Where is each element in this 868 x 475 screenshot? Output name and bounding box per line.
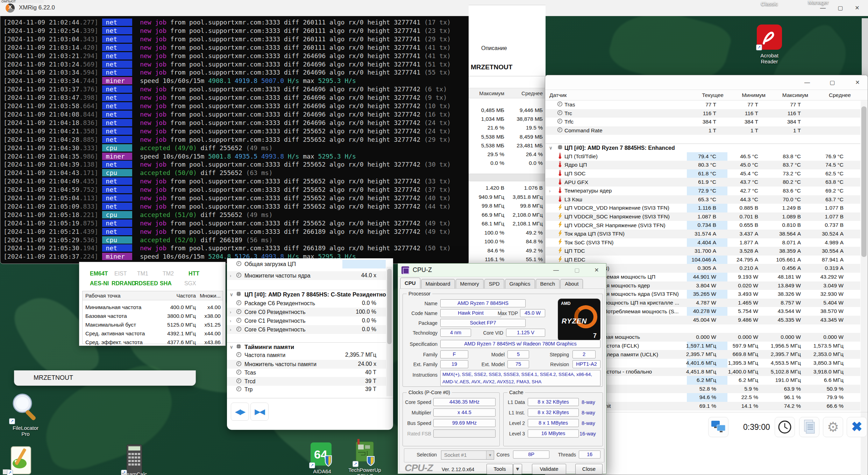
log-line: [2024-11-09 21:04:28.885] net new job fr… bbox=[3, 135, 469, 144]
level3-field: 16 MBytes bbox=[528, 429, 579, 438]
sensor-row[interactable]: ›Core C6 Резидентность0.0 % bbox=[227, 325, 386, 334]
filelocator-pro-label[interactable]: FileLocatorPro bbox=[3, 425, 48, 437]
close-icon[interactable]: ✕ bbox=[589, 264, 605, 276]
ext-model-label: Ext. Model bbox=[470, 362, 505, 367]
sensor-row[interactable]: ЦП SOC61.8 °C45.4 °C73.2 °C62.5 °C bbox=[546, 169, 860, 178]
sensor-row[interactable]: L3 Кэш65.3 °C44.3 °C70.0 °C63.7 °C bbox=[546, 195, 860, 204]
sensor-row[interactable]: APU GFX61.9 °C43.7 °C80.2 °C63.8 °C bbox=[546, 178, 860, 187]
clock-icon[interactable] bbox=[775, 417, 795, 437]
dreamcalc-label[interactable]: DreamCalc bbox=[111, 471, 157, 475]
temp-icon bbox=[555, 187, 564, 195]
sensor-row[interactable]: ›Core C1 Резидентность0.0 % bbox=[227, 316, 386, 325]
gpuz-label[interactable]: TechPowerUpGPU-Z bbox=[339, 467, 391, 475]
sensor-row[interactable]: ЦП TDC31.700 А3.528 А38.359 А30.554 А bbox=[546, 247, 860, 256]
tab-bench[interactable]: Bench bbox=[536, 279, 560, 289]
tab-about[interactable]: About bbox=[560, 279, 583, 289]
log-line: [2024-11-09 21:03:58.664] net new job fr… bbox=[3, 102, 469, 110]
sensor-row[interactable]: ЦП VDDCR_SR Напряжение (SVI3 TFN)0.734 В… bbox=[546, 221, 860, 230]
acrobat-reader-label[interactable]: AcrobatReader bbox=[745, 53, 794, 64]
tab-cpu[interactable]: CPU bbox=[400, 278, 420, 289]
sensor-row[interactable]: Ток SoC (SVI3 TFN)4.404 А1.877 А8.071 А4… bbox=[546, 238, 860, 247]
filelocator-pro-icon[interactable]: ↗ bbox=[10, 393, 40, 424]
sensor-row[interactable]: Tcas40 T bbox=[227, 368, 386, 377]
maximize-icon[interactable]: ▢ bbox=[824, 77, 840, 89]
gear-icon[interactable]: ⚙ bbox=[823, 417, 843, 437]
cpuz-cpu-tab-page: Processor Name AMD Ryzen 7 8845HS AMD RY… bbox=[399, 288, 605, 472]
acrobat-reader-icon[interactable]: ↗ bbox=[757, 25, 782, 50]
sensor-row[interactable]: Package C6 Резидентность0.0 % bbox=[227, 299, 386, 308]
tab-graphics[interactable]: Graphics bbox=[505, 279, 535, 289]
minimize-icon[interactable]: — bbox=[548, 264, 564, 276]
notepad-plus-plus-icon[interactable]: ↗ bbox=[8, 445, 36, 475]
sensor-row[interactable]: ›Core C0 Резидентность100.0 % bbox=[227, 308, 386, 316]
log-line: [2024-11-09 21:02:44.277] net new job fr… bbox=[3, 18, 469, 27]
stats-row: 1,034 МБ38,878 МБ bbox=[469, 115, 546, 124]
sensor-row[interactable]: Ядро ЦП80.3 °C45.0 °C83.7 °C74.5 °C bbox=[546, 161, 860, 169]
sensor-row[interactable]: ЦП VDDCR_VDD Напряжение (SVI3 TFN)1.116 … bbox=[546, 204, 860, 212]
temp-icon bbox=[555, 196, 564, 203]
operating-point-table: Рабочая точка Частота Множи... Минимальн… bbox=[82, 291, 223, 344]
sensor-row[interactable]: ›Множители частоты ядра44.0 x bbox=[227, 271, 386, 280]
sensor-row[interactable]: Command Rate1 T1 T1 T bbox=[546, 126, 860, 135]
network-icon[interactable] bbox=[708, 417, 728, 437]
section-header-row[interactable]: ∨ЦП [#0]: AMD Ryzen 7 8845HS: C-State Ре… bbox=[227, 290, 386, 299]
sensor-row[interactable]: Частота памяти2,395.7 МГц bbox=[227, 351, 386, 359]
maximize-icon[interactable]: ▢ bbox=[569, 264, 585, 276]
sensor-row[interactable]: ЦП EDC104.046 А24.795 А105.661 А87.941 А bbox=[546, 256, 860, 264]
validate-button[interactable]: Validate bbox=[532, 464, 566, 474]
sensor-row[interactable]: Trcd39 T bbox=[227, 377, 386, 386]
sensor-row[interactable]: ЦП (Tctl/Tdie)79.4 °C46.5 °C83.8 °C76.9 … bbox=[546, 152, 860, 161]
sensor-row[interactable]: Trfc384 T384 T384 T bbox=[546, 118, 860, 126]
minimize-icon[interactable]: — bbox=[799, 77, 815, 89]
log-line: [2024-11-09 21:03:14.420] net new job fr… bbox=[3, 43, 469, 52]
l1-data-label: L1 Data bbox=[493, 399, 525, 405]
sensor-titlebar[interactable]: — ▢ ✕ bbox=[545, 75, 868, 90]
xmrig-titlebar[interactable]: XMRig 6.22.0 — ▢ ✕ bbox=[0, 0, 469, 16]
log-line: [2024-11-09 21:05:04.113] net new job fr… bbox=[3, 194, 469, 202]
chip-icon bbox=[555, 145, 564, 151]
sensor-row[interactable]: Общая загрузка ЦП bbox=[227, 260, 386, 268]
sensor-row[interactable]: Ток ядра ЦП (SVI3 TFN)31.574 А3.437 А38.… bbox=[546, 230, 860, 238]
core-speed-label: Core Speed bbox=[395, 399, 431, 405]
close-blue-icon[interactable]: ✖ bbox=[847, 417, 867, 437]
scrollbar[interactable] bbox=[386, 267, 392, 396]
threads-field: 16 bbox=[579, 450, 600, 459]
chip-icon bbox=[236, 291, 244, 298]
bolt-icon bbox=[555, 204, 564, 212]
bolt-icon bbox=[555, 256, 564, 264]
family-field: F bbox=[440, 350, 468, 358]
arrows-collapse-button[interactable]: ▶◀ bbox=[250, 403, 269, 421]
aida64-label[interactable]: AIDA64 bbox=[299, 468, 345, 474]
aida64-icon[interactable]: 64 ↗ bbox=[310, 442, 333, 468]
dreamcalc-icon[interactable]: ↗ bbox=[122, 444, 147, 475]
operating-point-row: Сред. активная частота4392.1 МГцx44.00 bbox=[83, 329, 223, 338]
bolt-icon bbox=[555, 222, 564, 229]
close-button[interactable]: Close bbox=[575, 464, 603, 474]
shortcut-arrow-icon: ↗ bbox=[309, 462, 315, 468]
tools-dropdown-button[interactable]: ▼ bbox=[513, 464, 522, 474]
tab-memory[interactable]: Memory bbox=[456, 279, 484, 289]
sensor-row[interactable]: Tras77 T77 T77 T bbox=[546, 100, 860, 109]
gpuz-icon[interactable]: ↗ bbox=[353, 438, 376, 466]
desktop-icon-manager-label[interactable]: Manager bbox=[794, 0, 843, 5]
tab-spd[interactable]: SPD bbox=[484, 279, 504, 289]
sensor-row[interactable]: ЦП VDDCR_SOC Напряжение (SVI3 TFN)1.087 … bbox=[546, 212, 860, 221]
cpu-flag-rdrand: RDRAND bbox=[112, 280, 136, 287]
mrzetnout-window-strip[interactable]: MRZETNOUT bbox=[14, 370, 196, 386]
arrows-expand-button[interactable]: ◀▶ bbox=[231, 403, 249, 421]
sensor-row[interactable]: Trc116 T116 T116 T bbox=[546, 109, 860, 118]
close-icon[interactable]: ✕ bbox=[849, 77, 866, 89]
l1-inst-field: 8 x 32 KBytes bbox=[528, 408, 579, 417]
tab-mainboard[interactable]: Mainboard bbox=[421, 279, 455, 289]
desktop-icon-classic-label[interactable]: Classic bbox=[748, 1, 790, 7]
sensor-row[interactable]: Trp39 T bbox=[227, 385, 386, 394]
selection-label: Selection bbox=[407, 452, 437, 457]
report-icon[interactable] bbox=[799, 417, 819, 437]
cpuz-titlebar[interactable]: CPU-Z — ▢ ✕ bbox=[398, 264, 606, 277]
tools-button[interactable]: Tools bbox=[486, 464, 513, 474]
section-header-row[interactable]: ∨ЦП [#0]: AMD Ryzen 7 8845HS: Enhanced bbox=[546, 144, 860, 152]
section-header-row[interactable]: ∨Тайминги памяти bbox=[227, 342, 386, 351]
log-line: [2024-11-09 21:02:54.339] net new job fr… bbox=[3, 27, 469, 35]
sensor-row[interactable]: ›Температуры ядер72.9 °C42.7 °C83.6 °C69… bbox=[546, 187, 860, 195]
sensor-row[interactable]: Множитель частоты памяти24.00 x bbox=[227, 360, 386, 369]
